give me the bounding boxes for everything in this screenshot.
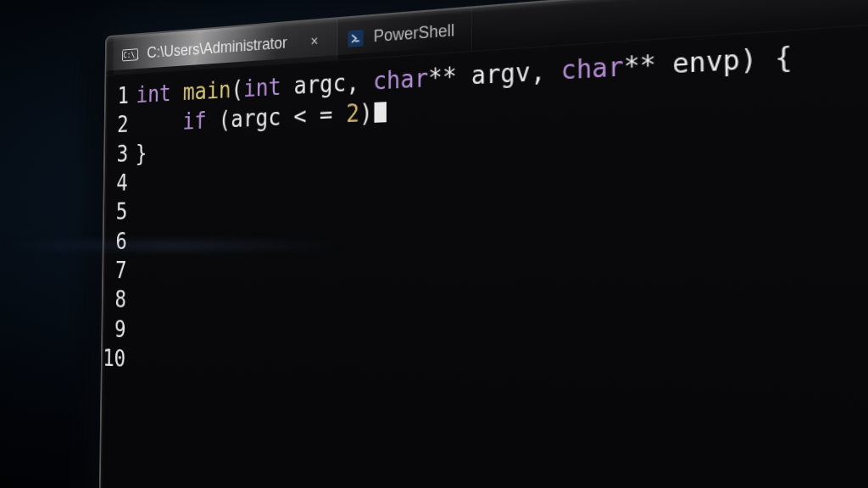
tab-label: PowerShell [374,21,455,47]
line-number: 3 [105,139,129,169]
cmd-icon: C:\_ [122,48,138,61]
line-number: 10 [102,343,125,374]
line-number: 5 [104,197,128,227]
line-number: 6 [103,226,127,256]
line-number: 2 [105,110,129,140]
text-cursor [375,102,387,123]
line-number: 9 [103,314,126,344]
tab-powershell[interactable]: PowerShell [337,8,472,60]
line-number: 1 [106,81,130,112]
powershell-icon [348,29,363,47]
tab-label: C:\Users\Administrator [147,34,287,63]
line-number: 7 [103,256,127,286]
line-number-gutter: 12345678910 [102,80,136,374]
code-area[interactable]: int main(int argc, char** argv, char** e… [133,17,868,423]
code-editor[interactable]: 12345678910 int main(int argc, char** ar… [102,8,868,423]
terminal-window: C:\_ C:\Users\Administrator × PowerShell… [98,0,868,488]
line-number: 8 [103,285,126,314]
close-icon[interactable]: × [307,32,322,49]
line-number: 4 [104,168,128,197]
